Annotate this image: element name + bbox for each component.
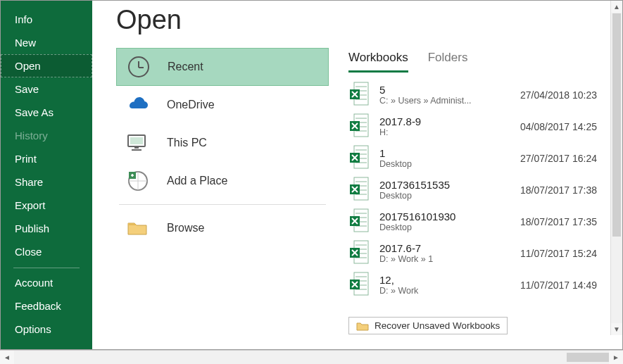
file-path: D: » Work [379,286,512,296]
file-name: 12, [379,274,512,286]
sidebar-item-history: History [1,124,92,147]
clock-icon [127,56,151,77]
file-row[interactable]: 2017.6-7 D: » Work » 1 11/07/2017 15:24 [348,237,600,269]
add-place-icon [126,170,150,192]
places-list: Recent OneDrive This PC [116,48,329,334]
sidebar-item-info[interactable]: Info [1,8,92,31]
file-tabs: Workbooks Folders [348,48,600,73]
place-add-a-place[interactable]: Add a Place [116,162,329,200]
file-name: 1 [379,147,512,159]
svg-rect-1 [134,147,139,149]
scroll-left-icon[interactable]: ◄ [0,351,14,364]
sidebar-item-save[interactable]: Save [1,77,92,101]
file-row[interactable]: 1 Desktop 27/07/2017 16:24 [348,142,600,174]
excel-file-icon [348,271,371,299]
svg-rect-2 [132,149,141,151]
file-date: 11/07/2017 15:24 [520,248,600,259]
file-path: D: » Work » 1 [379,254,512,264]
folder-icon [126,219,150,237]
place-recent[interactable]: Recent [116,48,329,86]
place-this-pc[interactable]: This PC [116,124,329,162]
sidebar-item-options[interactable]: Options [1,318,92,341]
recent-file-list: 5 C: » Users » Administ... 27/04/2018 10… [348,79,600,310]
tab-workbooks[interactable]: Workbooks [348,48,408,73]
file-name: 2017.8-9 [379,115,512,127]
scroll-thumb[interactable] [612,13,621,237]
excel-file-icon [348,81,371,108]
recover-unsaved-button[interactable]: Recover Unsaved Workbooks [348,317,508,334]
file-date: 27/04/2018 10:23 [520,89,600,101]
files-panel: Workbooks Folders 5 C: » Users » Adminis… [348,48,622,334]
scroll-track[interactable] [14,351,609,364]
file-row[interactable]: 201736151535 Desktop 18/07/2017 17:38 [348,174,600,206]
recover-unsaved-label: Recover Unsaved Workbooks [375,320,500,331]
pc-icon [126,134,150,152]
file-path: Desktop [379,222,512,232]
sidebar-divider [13,268,80,268]
sidebar-item-close[interactable]: Close [1,240,92,263]
file-path: Desktop [379,191,512,201]
file-row[interactable]: 2017.8-9 H: 04/08/2017 14:25 [348,111,600,142]
file-date: 04/08/2017 14:25 [520,121,600,132]
file-path: H: [379,127,512,137]
sidebar-item-share[interactable]: Share [1,170,92,194]
scroll-right-icon[interactable]: ► [609,351,623,364]
file-name: 201736151535 [379,179,512,191]
place-label: Browse [167,222,204,234]
folder-icon [356,321,369,331]
excel-file-icon [348,113,371,140]
excel-file-icon [348,144,371,172]
sidebar-item-print[interactable]: Print [1,147,92,170]
svg-rect-3 [130,137,143,144]
sidebar-item-publish[interactable]: Publish [1,217,92,240]
file-date: 11/07/2017 14:49 [520,280,600,291]
scroll-down-icon[interactable]: ▼ [611,323,622,335]
scroll-thumb[interactable] [567,353,609,362]
file-row[interactable]: 5 C: » Users » Administ... 27/04/2018 10… [348,79,600,111]
horizontal-scrollbar[interactable]: ◄ ► [0,350,623,364]
backstage-sidebar: Info New Open Save Save As History Print… [1,1,92,349]
cloud-icon [126,97,150,113]
main-panel: Open Recent OneDrive Thi [92,1,622,349]
file-name: 2017516101930 [379,211,512,222]
place-label: This PC [167,137,207,149]
file-date: 18/07/2017 17:38 [520,184,600,196]
place-label: Add a Place [167,175,227,187]
file-date: 27/07/2017 16:24 [520,153,600,164]
file-date: 18/07/2017 17:35 [520,216,600,227]
sidebar-item-save-as[interactable]: Save As [1,101,92,124]
place-label: OneDrive [167,99,215,111]
sidebar-item-feedback[interactable]: Feedback [1,294,92,318]
tab-folders[interactable]: Folders [428,48,468,73]
excel-file-icon [348,176,371,203]
scroll-up-icon[interactable]: ▲ [611,1,622,13]
panel-vertical-scrollbar[interactable]: ▲ ▼ [610,1,622,335]
excel-file-icon [348,239,371,267]
file-name: 5 [379,84,512,96]
file-row[interactable]: 12, D: » Work 11/07/2017 14:49 [348,269,600,301]
place-browse[interactable]: Browse [116,209,329,247]
place-label: Recent [168,61,203,73]
places-divider [119,204,326,205]
file-path: Desktop [379,159,512,169]
page-title: Open [116,5,622,35]
sidebar-item-account[interactable]: Account [1,271,92,294]
place-onedrive[interactable]: OneDrive [116,86,329,124]
sidebar-item-new[interactable]: New [1,31,92,54]
file-name: 2017.6-7 [379,242,512,254]
file-row[interactable]: 2017516101930 Desktop 18/07/2017 17:35 [348,206,600,237]
file-path: C: » Users » Administ... [379,96,512,106]
sidebar-item-export[interactable]: Export [1,194,92,217]
sidebar-item-open[interactable]: Open [1,54,92,77]
excel-file-icon [348,208,371,235]
